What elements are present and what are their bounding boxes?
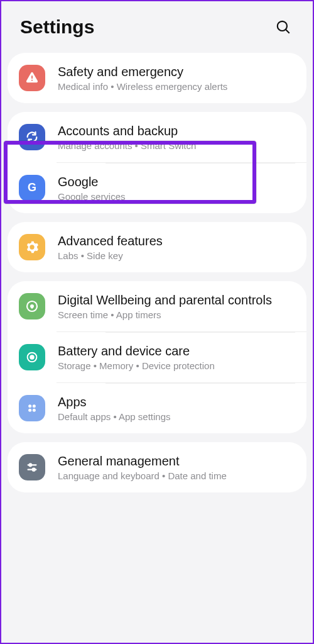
settings-header: Settings [8,1,306,53]
svg-point-11 [29,464,31,466]
item-title: Google [58,174,293,190]
svg-point-6 [28,404,31,408]
item-subtitle: Manage accounts • Smart Switch [58,140,293,151]
settings-group: General management Language and keyboard… [8,442,306,492]
svg-point-0 [278,21,287,31]
item-title: Safety and emergency [58,64,293,80]
item-title: General management [58,453,293,469]
settings-item-advanced[interactable]: Advanced features Labs • Side key [8,222,306,272]
search-button[interactable] [273,16,294,38]
search-icon [275,19,291,35]
sliders-icon [19,454,45,480]
settings-group: Accounts and backup Manage accounts • Sm… [8,112,306,213]
item-subtitle: Screen time • App timers [58,309,293,320]
google-icon: G [19,175,45,201]
sync-icon [19,124,45,150]
item-subtitle: Language and keyboard • Date and time [58,470,293,481]
settings-item-apps[interactable]: Apps Default apps • App settings [57,382,306,433]
item-title: Battery and device care [58,343,293,359]
svg-point-13 [33,469,35,471]
item-subtitle: Default apps • App settings [58,411,293,422]
item-subtitle: Storage • Memory • Device protection [58,360,293,371]
settings-item-google[interactable]: G Google Google services [57,162,306,213]
svg-point-8 [28,409,31,412]
item-title: Digital Wellbeing and parental controls [58,292,293,308]
svg-point-9 [33,409,36,412]
item-title: Advanced features [58,233,293,249]
item-subtitle: Google services [58,191,293,202]
settings-group: Safety and emergency Medical info • Wire… [8,53,306,103]
page-title: Settings [20,16,94,38]
settings-group: Digital Wellbeing and parental controls … [8,281,306,433]
device-care-icon [19,344,45,370]
item-subtitle: Labs • Side key [58,250,293,261]
svg-text:G: G [28,181,36,194]
settings-item-general[interactable]: General management Language and keyboard… [8,442,306,492]
settings-item-safety[interactable]: Safety and emergency Medical info • Wire… [8,53,306,103]
settings-group: Advanced features Labs • Side key [8,222,306,272]
item-title: Accounts and backup [58,123,293,139]
settings-item-battery[interactable]: Battery and device care Storage • Memory… [57,331,306,382]
wellbeing-icon [19,293,45,319]
item-title: Apps [58,394,293,410]
settings-item-accounts[interactable]: Accounts and backup Manage accounts • Sm… [8,112,306,162]
svg-point-7 [33,404,36,408]
alert-icon [19,65,45,91]
svg-line-1 [286,30,290,33]
settings-item-wellbeing[interactable]: Digital Wellbeing and parental controls … [8,281,306,331]
svg-point-5 [30,355,34,359]
item-subtitle: Medical info • Wireless emergency alerts [58,81,293,92]
apps-icon [19,395,45,421]
gear-icon [19,234,45,260]
